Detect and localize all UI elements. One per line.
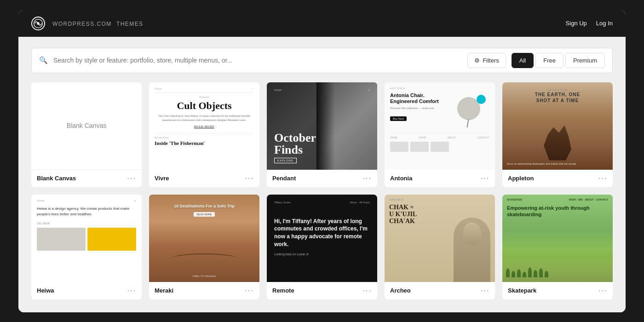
tree-4: [523, 272, 526, 277]
theme-more-skatepark[interactable]: ···: [598, 287, 607, 295]
theme-card-pendant[interactable]: PONT ≡ OctoberFinds EXPLORE Pendant ···: [267, 82, 377, 187]
theme-card-blank-canvas[interactable]: Blank Canvas Blank Canvas ···: [31, 82, 142, 187]
theme-card-remote[interactable]: Tiffany Jones About · All Posts Hi, I'm …: [267, 195, 377, 299]
theme-card-heiwa[interactable]: Heiwa ✕ Heiwa is a design agency. We cre…: [31, 195, 142, 299]
themes-grid: Blank Canvas Blank Canvas ··· Vivre ··· …: [31, 82, 613, 299]
theme-preview-remote: Tiffany Jones About · All Posts Hi, I'm …: [267, 195, 377, 282]
remote-title: Hi, I'm Tiffany! After years of long com…: [274, 218, 370, 248]
antonia-content: Antonia Chair. Engineered Comfort Discov…: [390, 92, 489, 129]
theme-more-archeo[interactable]: ···: [481, 287, 489, 295]
brand-name: WordPress.com: [52, 21, 112, 27]
heiwa-img-2: [87, 228, 136, 251]
theme-name-pendant: Pendant: [272, 175, 296, 182]
theme-name-skatepark: Skatepark: [508, 287, 536, 294]
pendant-title: OctoberFinds: [274, 132, 316, 156]
theme-more-meraki[interactable]: ···: [245, 287, 254, 295]
archeo-sculpture-body: [454, 218, 490, 282]
meraki-bridge: [149, 250, 259, 264]
tree-5: [528, 267, 532, 277]
remote-sub: Looking back on a year of: [274, 252, 370, 257]
skatepark-headline: Empowering at-risk youth through skatebo…: [507, 205, 608, 218]
archeo-sculpture-head: [463, 222, 481, 245]
vivre-nav: Vivre: [155, 87, 162, 91]
theme-name-archeo: Archeo: [390, 287, 411, 294]
wordpress-logo: [31, 17, 45, 30]
theme-preview-heiwa: Heiwa ✕ Heiwa is a design agency. We cre…: [31, 195, 142, 282]
antonia-text: Antonia Chair. Engineered Comfort Discov…: [390, 92, 449, 121]
pendant-bg: PONT ≡ OctoberFinds EXPLORE: [267, 82, 377, 170]
theme-footer-blank-canvas: Blank Canvas ···: [31, 170, 142, 187]
tab-premium[interactable]: Premium: [565, 53, 605, 68]
filters-label: Filters: [483, 57, 499, 64]
vivre-header: Vivre ···: [155, 87, 254, 93]
meraki-bg: 10 Destinations For a Solo Trip READ MOR…: [149, 195, 259, 282]
antonia-thumb-row: [390, 142, 489, 152]
theme-footer-pendant: Pendant ···: [267, 170, 377, 187]
archeo-label: ARCHEO: [389, 198, 404, 201]
log-in-link[interactable]: Log In: [596, 20, 613, 27]
tree-2: [512, 271, 515, 277]
theme-more-antonia[interactable]: ···: [481, 174, 489, 183]
skatepark-scene: [502, 250, 613, 282]
meraki-cta: READ MORE: [194, 212, 214, 217]
antonia-footer: HOME SHOP ABOUT CONTACT: [390, 133, 489, 139]
vivre-read-more: READ MORE: [194, 125, 214, 128]
heiwa-our-work: Our Work: [37, 222, 136, 225]
theme-footer-skatepark: Skatepark ···: [502, 282, 613, 299]
sign-up-link[interactable]: Sign Up: [566, 20, 587, 27]
theme-more-heiwa[interactable]: ···: [127, 287, 136, 295]
theme-more-appleton[interactable]: ···: [598, 174, 607, 183]
theme-card-vivre[interactable]: Vivre ··· Featured Cult Objects The Cult…: [149, 82, 259, 187]
appleton-caption: focus on representing landscapes and sce…: [507, 162, 608, 165]
theme-preview-pendant: PONT ≡ OctoberFinds EXPLORE: [267, 82, 377, 170]
rock-formation: [544, 124, 571, 161]
theme-card-antonia[interactable]: ANTONIA Antonia Chair. Engineered Comfor…: [385, 82, 495, 187]
skatepark-header: SKATEPARK PAINT · MIX · ABOUT · CONTACT: [502, 198, 613, 201]
theme-preview-meraki: 10 Destinations For a Solo Trip READ MOR…: [149, 195, 259, 282]
svg-point-2: [37, 22, 40, 25]
pendant-nav: PONT ≡: [274, 89, 370, 92]
theme-footer-appleton: Appleton ···: [502, 170, 613, 187]
theme-name-remote: Remote: [272, 287, 294, 294]
filter-tabs: All Free Premium: [512, 53, 605, 68]
theme-preview-appleton: APPLETON THE EARTH, ONESHOT AT A TIME fo…: [502, 82, 613, 170]
theme-preview-antonia: ANTONIA Antonia Chair. Engineered Comfor…: [385, 82, 495, 170]
nav-right: Sign Up Log In: [566, 20, 613, 27]
theme-name-meraki: Meraki: [155, 287, 173, 294]
heiwa-img-1: [37, 228, 86, 251]
antonia-header: ANTONIA: [390, 87, 489, 90]
theme-card-archeo[interactable]: ARCHEO CHAK =U K'UJILCHA'AK Archeo ···: [385, 195, 495, 299]
vivre-desc: The Cult Collection by Joan Wilson. A cl…: [155, 114, 254, 122]
theme-card-appleton[interactable]: APPLETON THE EARTH, ONESHOT AT A TIME fo…: [502, 82, 613, 187]
archeo-title: CHAK =U K'UJILCHA'AK: [389, 204, 417, 225]
theme-more-vivre[interactable]: ···: [245, 174, 254, 183]
heiwa-tagline: Heiwa is a design agency. We create prod…: [37, 206, 136, 217]
vivre-featured: Featured: [155, 96, 254, 98]
search-bar: 🔍 ⚙ Filters All Free Premium: [31, 48, 613, 73]
tree-6: [534, 270, 537, 277]
main-container: WordPress.com THEMES Sign Up Log In 🔍 ⚙ …: [18, 10, 626, 312]
theme-footer-meraki: Meraki ···: [149, 282, 259, 299]
gear-icon: ⚙: [474, 57, 480, 64]
theme-more-remote[interactable]: ···: [363, 287, 372, 295]
tree-1: [506, 268, 510, 277]
vivre-divider: [155, 133, 254, 133]
blank-canvas-text: Blank Canvas: [67, 122, 106, 129]
content-area: 🔍 ⚙ Filters All Free Premium Blank Canva…: [18, 37, 626, 312]
theme-preview-blank-canvas: Blank Canvas: [31, 82, 142, 170]
meraki-headline: 10 Destinations For a Solo Trip: [149, 204, 259, 209]
skatepark-nav-text: SKATEPARK: [507, 198, 522, 201]
tab-all[interactable]: All: [512, 53, 534, 68]
filters-button[interactable]: ⚙ Filters: [467, 53, 506, 68]
theme-name-antonia: Antonia: [390, 175, 412, 182]
theme-card-skatepark[interactable]: SKATEPARK PAINT · MIX · ABOUT · CONTACT …: [502, 195, 613, 299]
tab-free[interactable]: Free: [535, 53, 564, 68]
search-input[interactable]: [53, 57, 462, 64]
theme-card-meraki[interactable]: 10 Destinations For a Solo Trip READ MOR…: [149, 195, 259, 299]
meraki-text-overlay: 10 Destinations For a Solo Trip READ MOR…: [149, 204, 259, 218]
search-icon: 🔍: [39, 56, 48, 64]
theme-name-blank-canvas: Blank Canvas: [37, 175, 76, 182]
theme-more-blank-canvas[interactable]: ···: [127, 174, 136, 183]
heiwa-header-text: Heiwa: [37, 199, 45, 202]
theme-more-pendant[interactable]: ···: [363, 174, 372, 183]
